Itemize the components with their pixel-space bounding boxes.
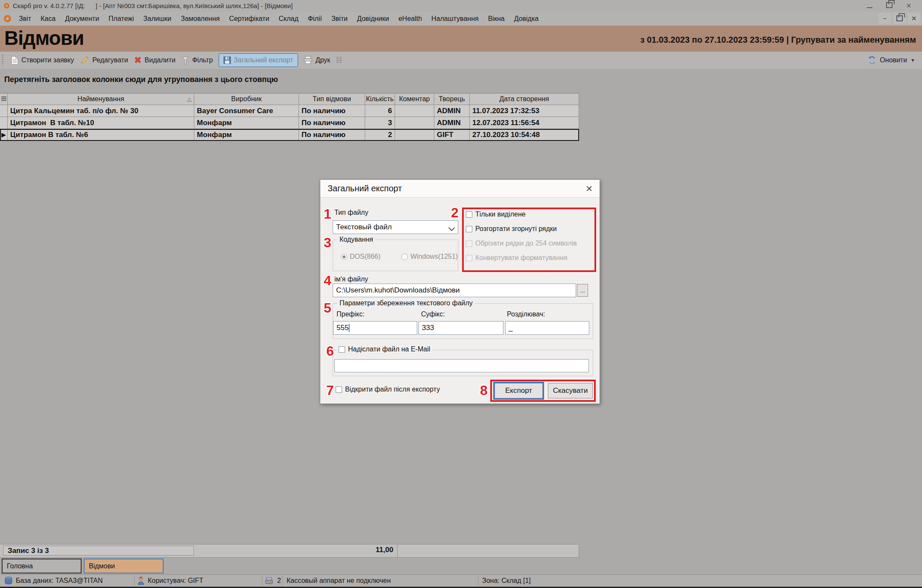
email-input[interactable] <box>334 359 589 372</box>
table-cell[interactable]: По наличию <box>299 105 365 117</box>
email-checkbox-row[interactable]: Надіслати файл на E-Mail <box>337 345 432 353</box>
mdi-minimize-button[interactable]: – <box>878 13 891 24</box>
table-cell[interactable]: GIFT <box>434 129 470 141</box>
columns-list-icon[interactable] <box>336 56 345 64</box>
title-bar: Скарб pro v. 4.0.2.77 [ІД: ] - [Апт №003… <box>0 0 922 12</box>
mdi-restore-button[interactable] <box>893 13 906 24</box>
general-export-button[interactable]: Загальний експорт <box>219 53 298 67</box>
menu-item[interactable]: Звіти <box>331 15 348 23</box>
table-cell[interactable]: ADMIN <box>434 105 470 117</box>
menu-item[interactable]: Сертифікати <box>229 15 269 23</box>
user-icon <box>137 576 145 585</box>
tab-active[interactable]: Відмови <box>84 559 164 573</box>
table-cell[interactable]: 27.10.2023 10:54:48 <box>470 129 579 141</box>
column-header[interactable]: Коментар <box>395 94 434 105</box>
table-cell[interactable] <box>395 105 434 117</box>
open-after-label: Відкрити файл після експорту <box>345 386 440 393</box>
radio-dos866[interactable]: DOS(866) <box>341 253 381 260</box>
separator-input[interactable]: _ <box>505 321 589 335</box>
file-type-select[interactable]: Текстовый файл <box>333 220 458 234</box>
annotation-3: 3 <box>324 236 331 249</box>
delete-button[interactable]: Видалити <box>145 56 176 64</box>
table-row[interactable]: Цитрамон В табл. №10МонфармПо наличию3AD… <box>0 117 579 129</box>
menu-item[interactable]: Залишки <box>143 15 172 23</box>
tab-inactive[interactable]: Головна <box>2 559 82 573</box>
grid-header-row: Найменування△ВиробникТип відмовиКількіст… <box>0 94 579 105</box>
prefix-input[interactable]: 555 <box>333 321 417 335</box>
dialog-title-bar[interactable]: Загальний експорт ✕ <box>320 180 600 198</box>
table-cell[interactable]: По наличию <box>299 129 365 141</box>
mdi-window-controls: – ✕ <box>878 13 920 24</box>
edit-button[interactable]: Редагувати <box>92 56 128 64</box>
email-checkbox[interactable] <box>339 346 345 353</box>
menu-item[interactable]: Звіт <box>19 15 31 23</box>
filename-input[interactable]: C:\Users\m.kuhot\Downloads\Відмови <box>333 284 576 297</box>
grid-menu-icon[interactable] <box>1 97 6 102</box>
column-header[interactable]: Творець <box>434 94 470 105</box>
mdi-close-button[interactable]: ✕ <box>907 13 920 24</box>
column-header[interactable]: Дата створення <box>470 94 579 105</box>
user-label: Користувач: GIFT <box>148 577 203 585</box>
open-after-checkbox-row[interactable]: Відкрити файл після експорту <box>336 386 440 393</box>
menu-item[interactable]: Замовлення <box>181 15 220 23</box>
table-row[interactable]: ▶Цитрамон В табл. №6МонфармПо наличию2GI… <box>0 129 579 141</box>
filter-button[interactable]: Фільтр <box>192 56 213 64</box>
close-button[interactable]: ✕ <box>899 2 919 10</box>
table-cell[interactable]: Цитра Кальцемин таб. п/о фл. № 30 <box>8 105 194 117</box>
app-menu-icon[interactable] <box>4 15 11 22</box>
menu-item[interactable]: Платежі <box>108 15 134 23</box>
menu-item[interactable]: Довідка <box>514 15 539 23</box>
filename-label: ім'я файлу <box>334 275 368 283</box>
print-button[interactable]: Друк <box>316 56 331 64</box>
new-document-icon <box>11 56 18 65</box>
table-cell[interactable] <box>395 129 434 141</box>
menu-item[interactable]: eHealth <box>398 15 422 23</box>
dialog-close-icon[interactable]: ✕ <box>585 184 593 194</box>
radio-dos866-label: DOS(866) <box>350 253 381 260</box>
table-cell[interactable]: 6 <box>365 105 395 117</box>
menu-item[interactable]: Довідники <box>357 15 389 23</box>
menu-item[interactable]: Вікна <box>488 15 505 23</box>
restore-button[interactable] <box>879 2 899 9</box>
app-logo-icon <box>4 3 9 9</box>
sort-ascending-icon[interactable]: △ <box>187 96 191 102</box>
table-cell[interactable]: Монфарм <box>194 129 299 141</box>
suffix-label: Суфікс: <box>421 310 445 318</box>
column-header[interactable]: Виробник <box>194 94 299 105</box>
table-row[interactable]: Цитра Кальцемин таб. п/о фл. № 30Bayer C… <box>0 105 579 117</box>
table-cell[interactable]: 2 <box>365 129 395 141</box>
suffix-input[interactable]: 333 <box>419 321 503 335</box>
refresh-button[interactable]: Оновити ▼ <box>868 56 915 64</box>
table-cell[interactable]: 3 <box>365 117 395 129</box>
table-cell[interactable]: Цитрамон В табл. №10 <box>8 117 194 129</box>
column-header[interactable]: Найменування△ <box>8 94 194 105</box>
create-request-button[interactable]: Створити заявку <box>21 56 74 64</box>
column-header[interactable]: Кількість <box>365 94 395 105</box>
menu-item[interactable]: Налаштування <box>431 15 479 23</box>
table-cell[interactable]: Bayer Consumer Care <box>194 105 299 117</box>
menu-item[interactable]: Каса <box>41 15 56 23</box>
window-tabs: ГоловнаВідмови <box>0 559 164 573</box>
separator-value: _ <box>509 324 512 332</box>
table-cell[interactable]: ADMIN <box>434 117 470 129</box>
email-group: Надіслати файл на E-Mail <box>333 350 593 376</box>
table-cell[interactable]: 12.07.2023 11:56:54 <box>470 117 579 129</box>
toolbar-grip[interactable] <box>2 55 3 66</box>
table-cell[interactable]: По наличию <box>299 117 365 129</box>
menu-item[interactable]: Склад <box>279 15 299 23</box>
table-cell[interactable]: Монфарм <box>194 117 299 129</box>
radio-windows1251[interactable]: Windows(1251) <box>401 253 458 260</box>
browse-button[interactable]: ... <box>577 284 588 297</box>
refresh-dropdown-arrow[interactable]: ▼ <box>910 58 915 63</box>
table-cell[interactable] <box>395 117 434 129</box>
column-header[interactable]: Тип відмови <box>299 94 365 105</box>
minimize-button[interactable] <box>860 2 879 9</box>
menu-item[interactable]: Документи <box>65 15 99 23</box>
report-period: з 01.03.2023 по 27.10.2023 23:59:59 | Гр… <box>640 35 916 45</box>
cash-status-label: Кассовый аппарат не подключен <box>287 577 391 585</box>
table-cell[interactable]: Цитрамон В табл. №6 <box>8 129 194 141</box>
table-cell[interactable]: 11.07.2023 17:32:53 <box>470 105 579 117</box>
annotation-1: 1 <box>324 207 331 221</box>
menu-item[interactable]: Філії <box>308 15 322 23</box>
open-after-checkbox[interactable] <box>336 386 342 393</box>
